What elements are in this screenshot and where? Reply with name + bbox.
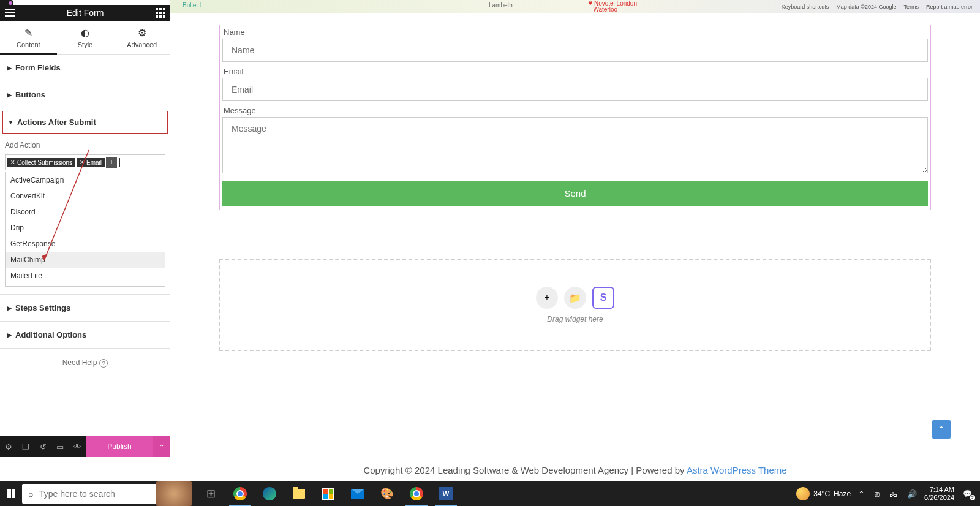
- task-view-button[interactable]: ⊞: [196, 481, 225, 506]
- volume-icon[interactable]: 🔊: [905, 489, 919, 499]
- gear-icon: ⚙: [138, 27, 146, 39]
- menu-icon[interactable]: [5, 9, 15, 17]
- map-strip: Bulleid Lambeth ♥ Novotel London Waterlo…: [170, 0, 980, 13]
- clock[interactable]: 7:14 AM 6/26/2024: [924, 486, 954, 502]
- scroll-top-button[interactable]: ⌃: [932, 420, 951, 439]
- chrome-icon: [233, 487, 247, 500]
- windows-icon: [7, 489, 15, 498]
- dropdown-item[interactable]: Discord: [6, 204, 165, 220]
- drop-hint: Drag widget here: [547, 315, 603, 323]
- date: 6/26/2024: [924, 494, 954, 502]
- actions-tag-input[interactable]: ✕Collect Submissions ✕Email +: [5, 154, 165, 170]
- paint-app[interactable]: 🎨: [372, 481, 402, 506]
- email-input[interactable]: [222, 78, 928, 101]
- tab-style[interactable]: ◐ Style: [57, 21, 114, 54]
- tab-advanced[interactable]: ⚙ Advanced: [113, 21, 170, 54]
- time: 7:14 AM: [930, 486, 954, 494]
- section-additional-options[interactable]: ▶Additional Options: [0, 322, 170, 348]
- template-library-button[interactable]: 📁: [564, 287, 586, 309]
- history-icon[interactable]: ↺: [34, 436, 51, 457]
- section-buttons[interactable]: ▶Buttons: [0, 81, 170, 108]
- folder-icon: [293, 489, 305, 499]
- dropdown-item[interactable]: GetResponse: [6, 236, 165, 252]
- map-report-link[interactable]: Report a map error: [926, 4, 973, 10]
- weather-widget[interactable]: 34°C Haze: [796, 487, 851, 500]
- map-pin-icon: ♥: [588, 0, 592, 7]
- contrast-icon: ◐: [81, 27, 89, 39]
- send-button[interactable]: Send: [222, 181, 928, 206]
- close-icon[interactable]: ✕: [80, 159, 85, 165]
- theme-link[interactable]: Astra WordPress Theme: [687, 465, 787, 475]
- chrome-app-2[interactable]: [402, 481, 431, 506]
- section-actions-after-submit[interactable]: ▼Actions After Submit: [2, 111, 168, 134]
- actions-dropdown[interactable]: ActiveCampaign ConvertKit Discord Drip G…: [5, 172, 165, 287]
- map-copyright: Map data ©2024 Google: [836, 4, 896, 10]
- start-button[interactable]: [0, 481, 22, 506]
- notification-badge: 2: [970, 495, 975, 500]
- weather-icon: [796, 487, 810, 500]
- close-icon[interactable]: ✕: [10, 159, 15, 165]
- edge-app[interactable]: [255, 481, 284, 506]
- page-footer: Copyright © 2024 Leading Software & Web …: [170, 451, 980, 475]
- mail-app[interactable]: [343, 481, 372, 506]
- taskbar-search[interactable]: ⌕: [22, 484, 192, 504]
- dropdown-item[interactable]: ActiveCampaign: [6, 172, 165, 188]
- add-action-label: Add Action: [5, 141, 165, 149]
- cortana-icon: [156, 481, 192, 506]
- search-icon: ⌕: [28, 489, 33, 499]
- help-icon: ?: [99, 359, 108, 368]
- caret-right-icon: ▶: [7, 65, 12, 71]
- mail-icon: [351, 489, 364, 499]
- section-steps-settings[interactable]: ▶Steps Settings: [0, 295, 170, 321]
- tab-label: Style: [78, 41, 92, 48]
- stripe-button[interactable]: S: [592, 287, 614, 309]
- dropdown-item[interactable]: Drip: [6, 220, 165, 236]
- network-icon[interactable]: 🖧: [887, 489, 900, 499]
- dropdown-item[interactable]: MailerLite: [6, 268, 165, 284]
- explorer-app[interactable]: [284, 481, 314, 506]
- map-shortcuts-link[interactable]: Keyboard shortcuts: [782, 4, 829, 10]
- word-app[interactable]: W: [431, 481, 461, 506]
- chrome-icon: [410, 487, 423, 500]
- dropdown-item-mailchimp[interactable]: MailChimp: [6, 252, 165, 268]
- store-icon: [322, 488, 334, 500]
- caret-right-icon: ▶: [7, 305, 12, 311]
- publish-options[interactable]: ⌃: [153, 436, 170, 457]
- section-form-fields[interactable]: ▶Form Fields: [0, 55, 170, 81]
- edge-icon: [263, 487, 276, 500]
- add-widget-button[interactable]: +: [536, 287, 558, 309]
- notifications-button[interactable]: 💬 2: [959, 486, 975, 502]
- tag-collect-submissions[interactable]: ✕Collect Submissions: [7, 158, 75, 167]
- dropdown-item[interactable]: ConvertKit: [6, 188, 165, 204]
- preview-icon[interactable]: 👁: [69, 436, 86, 457]
- settings-icon[interactable]: ⚙: [0, 436, 17, 457]
- message-input[interactable]: [222, 117, 928, 173]
- publish-button[interactable]: Publish: [86, 436, 153, 457]
- form-widget[interactable]: Name Email Message Send: [219, 25, 931, 210]
- tab-content[interactable]: ✎ Content: [0, 21, 57, 54]
- tab-label: Content: [17, 41, 40, 48]
- add-tag-button[interactable]: +: [106, 157, 117, 168]
- store-app[interactable]: [314, 481, 343, 506]
- map-terms-link[interactable]: Terms: [903, 4, 919, 10]
- widgets-icon[interactable]: [156, 8, 165, 18]
- drop-zone[interactable]: + 📁 S Drag widget here: [219, 259, 931, 351]
- caret-right-icon: ▶: [7, 92, 12, 98]
- email-label: Email: [222, 67, 928, 76]
- chrome-app[interactable]: [225, 481, 255, 506]
- message-label: Message: [222, 106, 928, 115]
- meet-now-icon[interactable]: ⎚: [872, 489, 882, 499]
- name-input[interactable]: [222, 39, 928, 62]
- caret-right-icon: ▶: [7, 332, 12, 338]
- temperature: 34°C: [813, 489, 830, 498]
- tray-chevron-icon[interactable]: ⌃: [856, 489, 867, 499]
- tag-email[interactable]: ✕Email: [77, 158, 105, 167]
- responsive-icon[interactable]: ▭: [51, 436, 69, 457]
- panel-title: Edit Form: [15, 8, 156, 18]
- name-label: Name: [222, 28, 928, 37]
- tab-label: Advanced: [127, 41, 157, 48]
- dropdown-item[interactable]: Slack: [6, 284, 165, 287]
- word-icon: W: [439, 487, 453, 500]
- need-help-link[interactable]: Need Help?: [0, 349, 170, 377]
- navigator-icon[interactable]: ❐: [17, 436, 34, 457]
